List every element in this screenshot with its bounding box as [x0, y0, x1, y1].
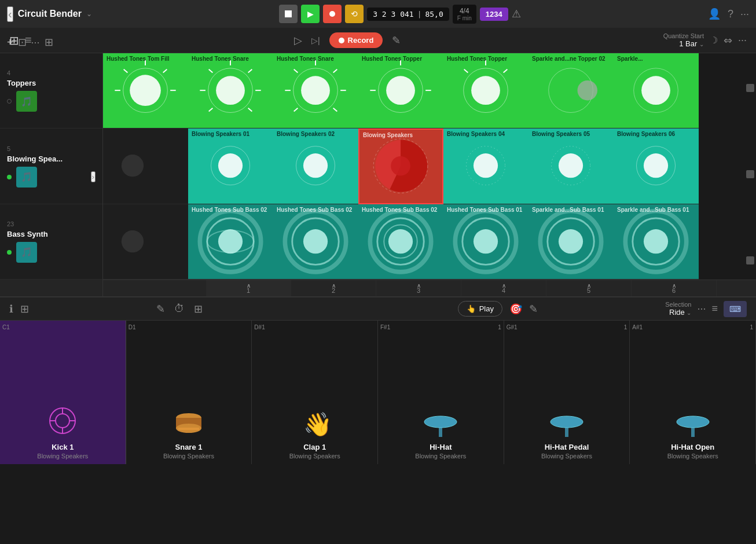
duplicate-button[interactable]: ⊡ — [18, 36, 27, 49]
stop-button[interactable] — [279, 5, 298, 23]
clip-toppers-4[interactable]: Hushed Tones Topper — [358, 53, 443, 128]
svg-point-9 — [122, 155, 144, 177]
record-button[interactable]: Record — [329, 32, 383, 48]
clip-waveform-bass — [273, 204, 358, 279]
clip-toppers-1[interactable]: Hushed Tones Tom Fill — [103, 53, 188, 128]
add-track-button[interactable]: + — [7, 36, 13, 49]
track-icon-bass[interactable]: 🎵 — [16, 242, 37, 263]
track-name-bass: Bass Synth — [7, 230, 96, 238]
help-icon[interactable]: ? — [728, 8, 733, 20]
svg-point-62 — [578, 80, 597, 100]
clip-bass-4[interactable]: Hushed Tones Sub Bass 02 — [358, 204, 443, 280]
svg-point-46 — [391, 156, 410, 176]
svg-point-69 — [641, 76, 670, 105]
svg-line-14 — [248, 69, 252, 73]
piano-key-fs1[interactable]: F#1 1 Hi-Hat Blowing Speakers — [378, 321, 504, 464]
quantize-chevron-icon: ⌄ — [699, 41, 704, 47]
svg-point-71 — [644, 153, 668, 178]
clip-blowing-4-active[interactable]: Blowing Speakers — [358, 128, 443, 204]
grid-col-7: Sparkle... Blowing Speakers 06 — [614, 53, 699, 280]
track-icon-toppers[interactable]: 🎵 — [16, 91, 37, 112]
svg-point-21 — [218, 153, 243, 178]
options-button[interactable]: ··· — [31, 36, 40, 49]
svg-point-76 — [56, 414, 69, 428]
clip-toppers-5[interactable]: Hushed Tones Topper — [443, 53, 529, 128]
clip-bass-7[interactable]: Sparkle and...Sub Bass 01 — [614, 204, 699, 280]
bottom-lines-button[interactable]: ≡ — [711, 303, 718, 315]
back-button[interactable]: ‹ — [7, 6, 13, 22]
bottom-play-button[interactable]: 👆 Play — [458, 301, 502, 317]
bottom-toolbar-center: ✎ ⏱ ⊞ — [156, 303, 203, 315]
clip-blowing-6[interactable]: Blowing Speakers 05 — [529, 128, 614, 204]
play-button[interactable]: ▶ — [301, 5, 320, 23]
svg-line-15 — [209, 69, 213, 73]
bottom-layout-button[interactable]: ⊞ — [20, 303, 29, 315]
clip-label: Hushed Tones Sub Bass 02 — [192, 207, 267, 213]
clap-name: Clap 1 — [303, 443, 326, 451]
track-icon-blowing[interactable]: 🎵 — [16, 167, 37, 188]
track-led-toppers[interactable] — [7, 99, 12, 104]
resize-handle-3[interactable] — [746, 256, 754, 264]
pencil-button[interactable]: ✎ — [392, 34, 401, 47]
col-num-3: ∧ 3 — [376, 280, 461, 296]
bottom-pencil-button[interactable]: ✎ — [156, 303, 165, 315]
more-options-icon[interactable]: ··· — [740, 8, 749, 20]
bottom-info-button[interactable]: ℹ — [9, 303, 13, 315]
bottom-toolbar-right: Selection Ride ⌄ ··· ≡ ⌨ — [665, 301, 747, 317]
track-item-toppers: 4 Toppers 🎵 — [0, 53, 102, 128]
clip-blowing-2[interactable]: Blowing Speakers 01 — [188, 128, 273, 204]
account-icon[interactable]: 👤 — [708, 8, 721, 20]
resize-handle-2[interactable] — [746, 170, 754, 178]
clip-blowing-7[interactable]: Blowing Speakers 06 — [614, 128, 699, 204]
keyboard-button[interactable]: ⌨ — [724, 301, 747, 317]
resize-handle-1[interactable] — [746, 84, 754, 92]
hand-icon: 👆 — [467, 304, 476, 313]
piano-key-as1[interactable]: A#1 1 Hi-Hat Open Blowing Speakers — [630, 321, 756, 464]
loop-button[interactable]: ⟲ — [345, 5, 364, 23]
clip-waveform-teal — [273, 128, 358, 203]
clip-bass-6[interactable]: Sparkle and...Sub Bass 01 — [529, 204, 614, 280]
top-bar: ‹ Circuit Bender ⌄ ▶ ⟲ 3 2 3 041 | 85,0 … — [0, 0, 756, 28]
clip-toppers-7[interactable]: Sparkle... — [614, 53, 699, 128]
grid-col-3: Hushed Tones Snare — [273, 53, 358, 280]
clip-blowing-5[interactable]: Blowing Speakers 04 — [443, 128, 529, 204]
clip-blowing-3[interactable]: Blowing Speakers 02 — [273, 128, 358, 204]
resize-icon[interactable]: ⇔ — [724, 34, 732, 47]
record-top-button[interactable] — [323, 5, 342, 23]
clip-toppers-6[interactable]: Sparkle and...ne Topper 02 — [529, 53, 614, 128]
clap-icon: 👋 — [298, 406, 332, 438]
svg-line-30 — [294, 69, 298, 73]
clip-blowing-1[interactable] — [103, 128, 188, 204]
clip-bass-3[interactable]: Hushed Tones Sub Bass 02 — [273, 204, 358, 280]
clip-waveform — [103, 53, 188, 128]
clip-bass-2[interactable]: Hushed Tones Sub Bass 02 — [188, 204, 273, 280]
svg-point-67 — [559, 229, 583, 253]
toolbar-more-button[interactable]: ··· — [738, 34, 747, 46]
piano-key-d1[interactable]: D1 Snare 1 Blowing Speakers — [126, 321, 252, 464]
bottom-pencil2-button[interactable]: ✎ — [529, 303, 538, 315]
arrange-button[interactable]: ⊞ — [45, 36, 53, 49]
piano-key-c1[interactable]: C1 Kick 1 Blowing Speakers — [0, 321, 126, 464]
cursor-button[interactable]: 🎯 — [509, 303, 522, 315]
bottom-sliders-button[interactable]: ⊞ — [194, 303, 203, 315]
notification-icon: ⚠ — [512, 8, 521, 20]
selection-more-button[interactable]: ··· — [697, 303, 706, 315]
play-from-here-button[interactable]: ▷| — [311, 36, 320, 45]
svg-point-39 — [303, 229, 328, 253]
play-from-start-button[interactable]: ▷ — [294, 34, 302, 47]
clip-toppers-3[interactable]: Hushed Tones Snare — [273, 53, 358, 128]
clip-bass-1[interactable] — [103, 204, 188, 280]
clip-toppers-2[interactable]: Hushed Tones Snare — [188, 53, 273, 128]
track-expand-button[interactable]: › — [91, 171, 96, 182]
metronome-button[interactable]: 1234 — [480, 8, 508, 21]
track-led-bass[interactable] — [7, 250, 12, 255]
clip-label: Blowing Speakers 06 — [617, 131, 675, 137]
moon-icon[interactable]: ☽ — [710, 35, 718, 46]
piano-key-gs1[interactable]: G#1 1 Hi-Hat Pedal Blowing Speakers — [504, 321, 630, 464]
clip-bass-5[interactable]: Hushed Tones Sub Bass 01 — [443, 204, 529, 280]
col-num-4: ∧ 4 — [461, 280, 546, 296]
track-led-blowing[interactable] — [7, 175, 12, 179]
piano-key-ds1[interactable]: D#1 👋 Clap 1 Blowing Speakers — [252, 321, 378, 464]
clip-waveform-bass — [443, 204, 529, 279]
bottom-clock-button[interactable]: ⏱ — [174, 303, 185, 315]
